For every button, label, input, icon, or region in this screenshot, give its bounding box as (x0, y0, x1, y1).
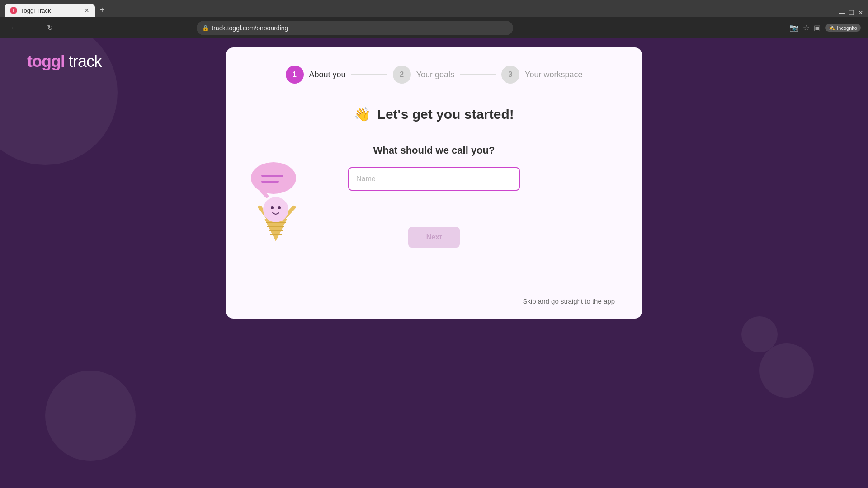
sidebar-icon[interactable]: ▣ (814, 23, 821, 32)
greeting-emoji: 👋 (354, 107, 371, 122)
svg-point-11 (263, 197, 288, 222)
step-2: 2 Your goals (393, 66, 454, 84)
logo-toggl: toggl (27, 52, 65, 70)
ice-cream-illustration (249, 155, 307, 246)
svg-point-0 (251, 162, 296, 194)
step-2-circle: 2 (393, 66, 411, 84)
forward-button[interactable]: → (25, 22, 38, 34)
bg-decoration-3 (760, 343, 814, 398)
address-input[interactable]: 🔒 track.toggl.com/onboarding (197, 21, 513, 35)
incognito-icon: 🕵 (829, 25, 835, 31)
back-button[interactable]: ← (7, 22, 20, 34)
tab-controls-right: — ❐ ✕ (839, 9, 863, 16)
bg-decoration-4 (741, 316, 778, 352)
restore-button[interactable]: ❐ (849, 9, 854, 16)
tab-bar: T Toggl Track ✕ + — ❐ ✕ (0, 0, 868, 17)
content-area: 👋 Let's get you started! What should we … (253, 106, 615, 248)
step-connector-1 (351, 74, 387, 75)
bg-decoration-2 (45, 371, 136, 461)
address-bar: ← → ↻ 🔒 track.toggl.com/onboarding 📷 ☆ ▣… (0, 17, 868, 38)
tab-title: Toggl Track (21, 7, 80, 14)
logo: toggl track (27, 52, 102, 71)
new-tab-button[interactable]: + (96, 4, 108, 16)
step-2-label: Your goals (416, 70, 454, 80)
tab-favicon: T (10, 7, 17, 14)
step-1: 1 About you (286, 66, 346, 84)
camera-icon[interactable]: 📷 (789, 23, 798, 32)
star-icon[interactable]: ☆ (803, 23, 809, 32)
browser-chrome: T Toggl Track ✕ + — ❐ ✕ ← → ↻ 🔒 track.to… (0, 0, 868, 38)
logo-track: track (65, 52, 102, 70)
step-1-circle: 1 (286, 66, 304, 84)
illustration-wrapper (249, 155, 307, 248)
question-text: What should we call you? (253, 145, 615, 156)
tab-close-button[interactable]: ✕ (84, 7, 90, 14)
next-button[interactable]: Next (408, 227, 460, 248)
next-button-wrapper: Next (253, 227, 615, 248)
page-background: toggl track 1 About you 2 Your goals (0, 38, 868, 488)
skip-link[interactable]: Skip and go straight to the app (523, 297, 615, 305)
step-3-label: Your workspace (525, 70, 582, 80)
close-window-button[interactable]: ✕ (858, 9, 863, 16)
step-3-circle: 3 (501, 66, 519, 84)
onboarding-card: 1 About you 2 Your goals 3 Your workspac… (226, 47, 642, 319)
name-input[interactable] (348, 167, 520, 191)
step-connector-2 (460, 74, 496, 75)
svg-point-13 (278, 206, 281, 209)
incognito-badge: 🕵 Incognito (825, 24, 861, 32)
step-1-label: About you (309, 70, 346, 80)
svg-point-12 (271, 206, 274, 209)
lock-icon: 🔒 (202, 25, 209, 31)
active-tab[interactable]: T Toggl Track ✕ (5, 4, 95, 17)
greeting-text: 👋 Let's get you started! (253, 106, 615, 122)
step-3: 3 Your workspace (501, 66, 582, 84)
url-text: track.toggl.com/onboarding (212, 24, 288, 32)
address-right-icons: 📷 ☆ ▣ 🕵 Incognito (789, 23, 861, 32)
reload-button[interactable]: ↻ (43, 22, 56, 34)
steps-indicator: 1 About you 2 Your goals 3 Your workspac… (253, 66, 615, 84)
minimize-button[interactable]: — (839, 9, 845, 16)
